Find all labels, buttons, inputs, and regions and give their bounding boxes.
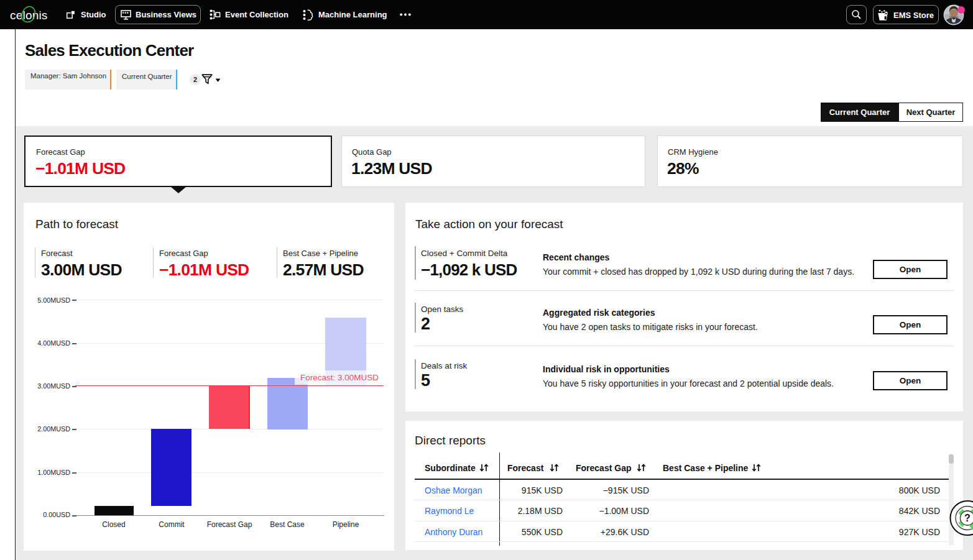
svg-text:?: ? [964, 513, 971, 523]
